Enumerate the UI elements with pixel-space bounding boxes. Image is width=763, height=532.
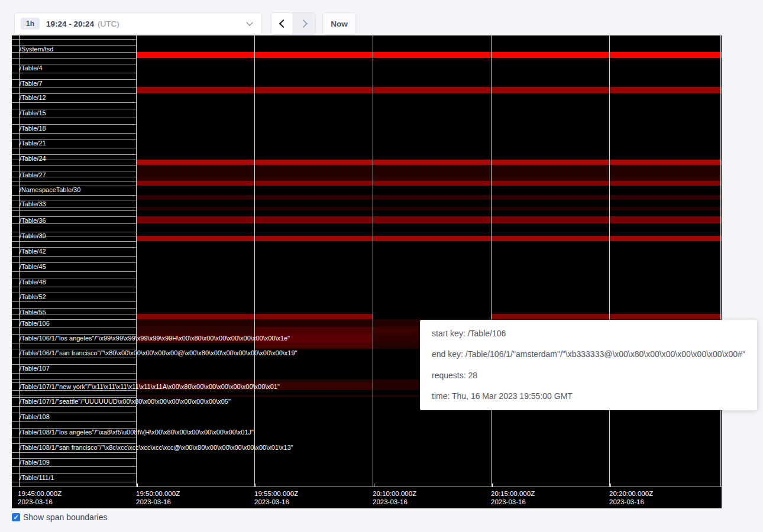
heatmap-cell[interactable] bbox=[373, 482, 491, 486]
heatmap-cell[interactable] bbox=[373, 64, 491, 73]
heatmap-cell[interactable] bbox=[609, 421, 722, 428]
heatmap-cell[interactable] bbox=[136, 466, 254, 473]
heatmap-cell[interactable] bbox=[491, 73, 609, 79]
heatmap-cell[interactable] bbox=[491, 428, 609, 437]
heatmap-cell[interactable] bbox=[609, 45, 722, 52]
heatmap-cell[interactable] bbox=[136, 118, 254, 124]
heatmap-cell[interactable] bbox=[254, 452, 373, 458]
heatmap-cell[interactable] bbox=[254, 256, 373, 262]
heatmap-cell[interactable] bbox=[136, 223, 254, 232]
heatmap-cell[interactable] bbox=[491, 452, 609, 458]
heatmap-row[interactable] bbox=[12, 195, 722, 200]
heatmap-cell[interactable] bbox=[373, 262, 491, 271]
heatmap-cell[interactable] bbox=[609, 473, 722, 482]
heatmap-cell[interactable] bbox=[491, 154, 609, 160]
heatmap-cell[interactable] bbox=[136, 421, 254, 428]
heatmap-cell[interactable] bbox=[254, 232, 373, 236]
heatmap-cell[interactable] bbox=[136, 314, 254, 319]
heatmap-cell[interactable] bbox=[609, 93, 722, 102]
heatmap-cell[interactable] bbox=[373, 181, 491, 186]
heatmap-cell[interactable] bbox=[136, 177, 254, 181]
heatmap-cell[interactable] bbox=[609, 73, 722, 79]
heatmap-row[interactable] bbox=[12, 73, 722, 79]
heatmap-cell[interactable] bbox=[491, 210, 609, 216]
heatmap-cell[interactable] bbox=[254, 293, 373, 301]
heatmap-cell[interactable] bbox=[373, 428, 491, 437]
heatmap-cell[interactable] bbox=[373, 52, 491, 58]
heatmap-cell[interactable] bbox=[373, 458, 491, 466]
heatmap-cell[interactable] bbox=[609, 148, 722, 154]
heatmap-cell[interactable] bbox=[491, 148, 609, 154]
heatmap-cell[interactable] bbox=[609, 232, 722, 236]
heatmap-cell[interactable] bbox=[491, 124, 609, 133]
heatmap-cell[interactable] bbox=[491, 413, 609, 421]
heatmap-cell[interactable] bbox=[254, 301, 373, 308]
heatmap-cell[interactable] bbox=[254, 216, 373, 223]
heatmap-cell[interactable] bbox=[136, 39, 254, 45]
heatmap-cell[interactable] bbox=[609, 118, 722, 124]
heatmap-cell[interactable] bbox=[491, 443, 609, 452]
heatmap-cell[interactable] bbox=[609, 308, 722, 314]
heatmap-cell[interactable] bbox=[491, 256, 609, 262]
heatmap-cell[interactable] bbox=[491, 186, 609, 195]
heatmap-cell[interactable] bbox=[373, 93, 491, 102]
heatmap-cell[interactable] bbox=[491, 482, 609, 486]
heatmap-cell[interactable] bbox=[254, 58, 373, 64]
heatmap-row[interactable] bbox=[12, 466, 722, 473]
heatmap-row[interactable] bbox=[12, 421, 722, 428]
heatmap-cell[interactable] bbox=[491, 308, 609, 314]
heatmap-cell[interactable] bbox=[373, 413, 491, 421]
heatmap-cell[interactable] bbox=[609, 452, 722, 458]
heatmap-row[interactable] bbox=[12, 232, 722, 236]
heatmap-cell[interactable] bbox=[373, 154, 491, 160]
heatmap-cell[interactable] bbox=[491, 118, 609, 124]
heatmap-cell[interactable] bbox=[609, 301, 722, 308]
heatmap-row[interactable] bbox=[12, 154, 722, 160]
heatmap-cell[interactable] bbox=[254, 278, 373, 287]
heatmap-cell[interactable] bbox=[491, 52, 609, 58]
heatmap-cell[interactable] bbox=[136, 473, 254, 482]
heatmap-cell[interactable] bbox=[609, 87, 722, 93]
heatmap-row[interactable] bbox=[12, 148, 722, 154]
heatmap-cell[interactable] bbox=[491, 437, 609, 443]
heatmap-cell[interactable] bbox=[373, 186, 491, 195]
heatmap-rows[interactable] bbox=[12, 35, 722, 486]
heatmap-cell[interactable] bbox=[254, 247, 373, 256]
heatmap-cell[interactable] bbox=[254, 458, 373, 466]
heatmap-cell[interactable] bbox=[609, 165, 722, 171]
heatmap-cell[interactable] bbox=[609, 154, 722, 160]
heatmap-cell[interactable] bbox=[373, 148, 491, 154]
heatmap-cell[interactable] bbox=[609, 223, 722, 232]
heatmap-cell[interactable] bbox=[373, 473, 491, 482]
heatmap-row[interactable] bbox=[12, 473, 722, 482]
heatmap-cell[interactable] bbox=[136, 301, 254, 308]
heatmap-cell[interactable] bbox=[136, 458, 254, 466]
heatmap-cell[interactable] bbox=[373, 443, 491, 452]
heatmap-cell[interactable] bbox=[254, 87, 373, 93]
heatmap-cell[interactable] bbox=[254, 343, 373, 349]
heatmap-cell[interactable] bbox=[254, 319, 373, 327]
heatmap-cell[interactable] bbox=[254, 195, 373, 200]
heatmap-cell[interactable] bbox=[373, 437, 491, 443]
heatmap-row[interactable] bbox=[12, 52, 722, 58]
heatmap-row[interactable] bbox=[12, 79, 722, 87]
heatmap-cell[interactable] bbox=[373, 118, 491, 124]
heatmap-cell[interactable] bbox=[136, 247, 254, 256]
heatmap-row[interactable] bbox=[12, 458, 722, 466]
heatmap-cell[interactable] bbox=[373, 160, 491, 165]
heatmap-cell[interactable] bbox=[491, 247, 609, 256]
heatmap-cell[interactable] bbox=[136, 216, 254, 223]
heatmap-cell[interactable] bbox=[254, 223, 373, 232]
heatmap-cell[interactable] bbox=[609, 236, 722, 241]
heatmap-cell[interactable] bbox=[136, 482, 254, 486]
heatmap-cell[interactable] bbox=[609, 160, 722, 165]
heatmap-cell[interactable] bbox=[609, 181, 722, 186]
heatmap-cell[interactable] bbox=[491, 223, 609, 232]
heatmap-cell[interactable] bbox=[254, 271, 373, 278]
heatmap-cell[interactable] bbox=[373, 216, 491, 223]
heatmap-cell[interactable] bbox=[491, 271, 609, 278]
heatmap-row[interactable] bbox=[12, 452, 722, 458]
heatmap-cell[interactable] bbox=[373, 165, 491, 171]
heatmap-cell[interactable] bbox=[609, 139, 722, 148]
heatmap-cell[interactable] bbox=[136, 327, 254, 334]
